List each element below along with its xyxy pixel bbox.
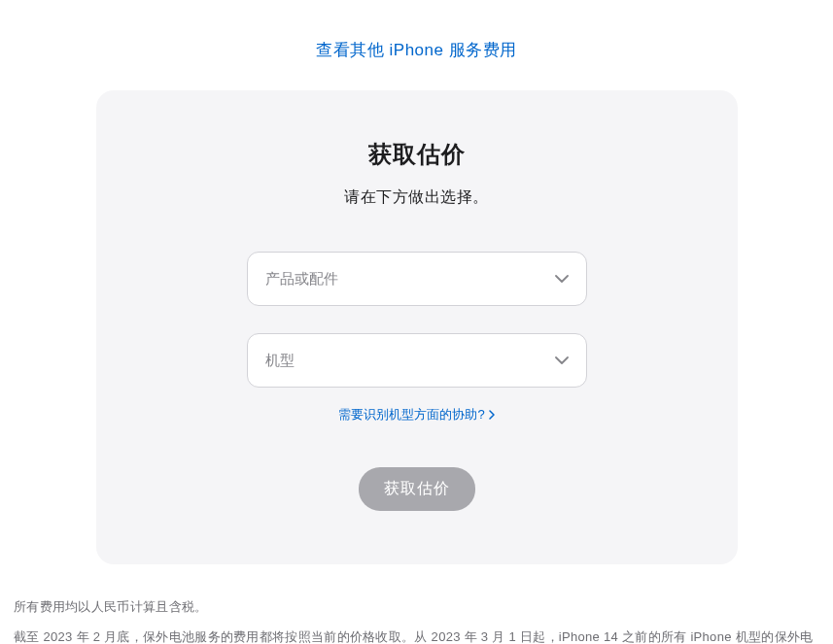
model-select-placeholder: 机型 [265,352,295,370]
product-select-placeholder: 产品或配件 [265,270,338,288]
footer-line-2: 截至 2023 年 2 月底，保外电池服务的费用都将按照当前的价格收取。从 20… [14,622,819,644]
card-title: 获取估价 [125,139,709,170]
product-select-wrapper: 产品或配件 [247,252,587,306]
model-select-wrapper: 机型 [247,333,587,388]
footer-text: 所有费用均以人民币计算且含税。 截至 2023 年 2 月底，保外电池服务的费用… [12,592,821,644]
help-link-wrap: 需要识别机型方面的协助? [125,405,709,424]
product-select[interactable]: 产品或配件 [247,252,587,306]
footer-line-2-pre: 截至 2023 年 2 月底，保外电池服务的费用都将按照当前的价格收取。从 20… [14,629,813,644]
help-link-text: 需要识别机型方面的协助? [338,406,484,424]
get-estimate-button[interactable]: 获取估价 [359,467,475,511]
chevron-down-icon [555,356,569,364]
chevron-down-icon [555,275,569,283]
chevron-right-icon [489,408,495,423]
top-link-wrap: 查看其他 iPhone 服务费用 [12,0,821,90]
view-other-services-link[interactable]: 查看其他 iPhone 服务费用 [316,41,516,59]
identify-model-help-link[interactable]: 需要识别机型方面的协助? [338,406,494,424]
model-select[interactable]: 机型 [247,333,587,388]
footer-line-1: 所有费用均以人民币计算且含税。 [14,592,819,622]
card-subtitle: 请在下方做出选择。 [125,187,709,208]
estimate-card: 获取估价 请在下方做出选择。 产品或配件 机型 [96,90,738,564]
